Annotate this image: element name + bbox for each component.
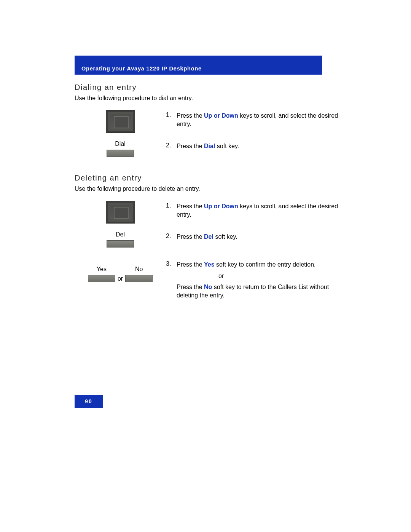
softkey-col: Dial <box>75 141 166 157</box>
step-text: Press the Del soft key. <box>177 233 341 241</box>
softkey-label-no: No <box>135 266 143 273</box>
section2-step3: Yes or No 3. Press the Yes soft key to c… <box>75 259 341 299</box>
softkey-label-del: Del <box>116 231 125 238</box>
softkey-col: Del <box>75 231 166 248</box>
step-number: 2. <box>166 142 177 149</box>
page-number: 90 <box>85 398 92 404</box>
step-text: Press the Dial soft key. <box>177 142 341 150</box>
softkey-label-dial: Dial <box>115 141 126 147</box>
nav-pad-col <box>75 110 166 133</box>
section1-step2: Dial 2. Press the Dial soft key. <box>75 141 341 157</box>
softkey-button-icon <box>88 275 115 282</box>
step-text: Press the Up or Down keys to scroll, and… <box>177 202 341 219</box>
section2-step1: 1. Press the Up or Down keys to scroll, … <box>75 201 341 224</box>
section2-intro: Use the following procedure to delete an… <box>75 185 341 192</box>
softkey-label-yes: Yes <box>97 266 107 273</box>
or-label: or <box>118 275 123 282</box>
page-number-badge: 90 <box>75 395 103 408</box>
content-area: Dialing an entry Use the following proce… <box>75 83 341 307</box>
nav-pad-col <box>75 201 166 224</box>
section1-step1: 1. Press the Up or Down keys to scroll, … <box>75 110 341 133</box>
nav-pad-icon <box>106 110 135 133</box>
step-text: Press the Yes soft key to confirm the en… <box>177 260 341 299</box>
step-number: 1. <box>166 112 177 118</box>
softkey-button-icon <box>107 240 134 248</box>
no-col: No <box>125 266 153 282</box>
header-title: Operating your Avaya 1220 IP Deskphone <box>81 66 202 72</box>
header-bar: Operating your Avaya 1220 IP Deskphone <box>75 56 322 75</box>
section1-heading: Dialing an entry <box>75 83 341 92</box>
step-number: 2. <box>166 233 177 240</box>
softkey-button-icon <box>125 275 153 282</box>
step-number: 1. <box>166 202 177 209</box>
softkey-button-icon <box>107 150 134 157</box>
section2-heading: Deleting an entry <box>75 174 341 182</box>
document-page: Operating your Avaya 1220 IP Deskphone D… <box>0 0 411 532</box>
sub-or: or <box>218 272 341 280</box>
yes-col: Yes <box>88 266 115 282</box>
step-text: Press the Up or Down keys to scroll, and… <box>177 112 341 128</box>
section2-step2: Del 2. Press the Del soft key. <box>75 231 341 248</box>
nav-pad-icon <box>106 201 135 224</box>
section1-intro: Use the following procedure to dial an e… <box>75 95 341 102</box>
step-number: 3. <box>166 260 177 267</box>
yes-no-col: Yes or No <box>75 259 166 282</box>
